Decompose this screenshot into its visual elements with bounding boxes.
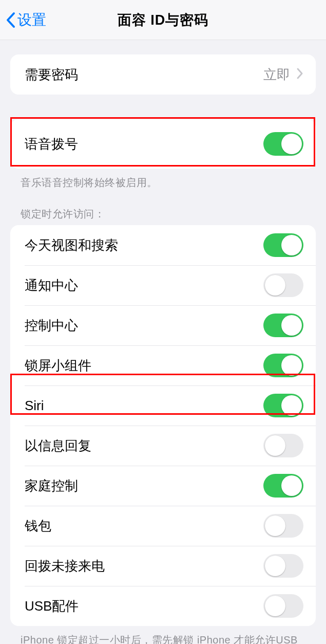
return-missed-calls-toggle[interactable] xyxy=(263,554,303,578)
siri-label: Siri xyxy=(25,398,44,414)
siri-toggle[interactable] xyxy=(263,394,303,417)
require-passcode-label: 需要密码 xyxy=(25,66,78,84)
wallet-label: 钱包 xyxy=(25,517,51,535)
usb-accessories-label: USB配件 xyxy=(25,597,79,615)
row-control-center: 控制中心 xyxy=(10,305,316,345)
voice-dial-footer: 音乐语音控制将始终被启用。 xyxy=(21,176,305,190)
row-wallet: 钱包 xyxy=(10,506,316,546)
nav-header: 设置 面容 ID与密码 xyxy=(0,0,326,40)
home-control-toggle[interactable] xyxy=(263,474,303,498)
row-siri: Siri xyxy=(10,385,316,426)
today-view-toggle[interactable] xyxy=(263,233,303,257)
control-center-toggle[interactable] xyxy=(263,314,303,337)
group-allow-when-locked: 今天视图和搜索 通知中心 控制中心 锁屏小组件 Siri 以信息回复 家庭控制 xyxy=(10,225,316,626)
row-notification-center: 通知中心 xyxy=(10,265,316,305)
group-require-passcode: 需要密码 立即 xyxy=(10,54,316,95)
row-usb-accessories: USB配件 xyxy=(10,586,316,626)
lockscreen-widgets-toggle[interactable] xyxy=(263,354,303,377)
row-voice-dial: 语音拨号 xyxy=(10,119,316,169)
reply-with-message-label: 以信息回复 xyxy=(25,437,91,455)
notification-center-label: 通知中心 xyxy=(25,277,78,295)
back-button[interactable]: 设置 xyxy=(5,10,46,30)
group-voice-dial: 语音拨号 xyxy=(10,119,316,169)
require-passcode-value-wrap: 立即 xyxy=(263,66,303,84)
row-reply-with-message: 以信息回复 xyxy=(10,426,316,466)
require-passcode-value: 立即 xyxy=(263,66,290,84)
chevron-right-icon xyxy=(296,67,303,82)
lock-section-footer: iPhone 锁定超过一小时后，需先解锁 iPhone 才能允许USB 配件连接… xyxy=(21,633,305,644)
row-require-passcode[interactable]: 需要密码 立即 xyxy=(10,54,316,95)
home-control-label: 家庭控制 xyxy=(25,477,78,495)
return-missed-calls-label: 回拨未接来电 xyxy=(25,557,105,575)
lock-section-header: 锁定时允许访问： xyxy=(21,207,305,221)
wallet-toggle[interactable] xyxy=(263,514,303,538)
back-label: 设置 xyxy=(17,10,46,30)
reply-with-message-toggle[interactable] xyxy=(263,434,303,457)
voice-dial-toggle[interactable] xyxy=(263,132,303,156)
control-center-label: 控制中心 xyxy=(25,317,78,335)
row-lockscreen-widgets: 锁屏小组件 xyxy=(10,345,316,385)
usb-accessories-toggle[interactable] xyxy=(263,594,303,618)
row-return-missed-calls: 回拨未接来电 xyxy=(10,546,316,586)
settings-content: 需要密码 立即 语音拨号 音乐语音控制将始终被启用。 锁定时允许访问： 今天视图… xyxy=(0,54,326,644)
today-view-label: 今天视图和搜索 xyxy=(25,236,118,254)
page-title: 面容 ID与密码 xyxy=(118,11,209,29)
chevron-left-icon xyxy=(5,11,16,29)
voice-dial-label: 语音拨号 xyxy=(25,135,78,153)
row-home-control: 家庭控制 xyxy=(10,466,316,506)
row-today-view: 今天视图和搜索 xyxy=(10,225,316,265)
lockscreen-widgets-label: 锁屏小组件 xyxy=(25,357,91,375)
notification-center-toggle[interactable] xyxy=(263,273,303,297)
